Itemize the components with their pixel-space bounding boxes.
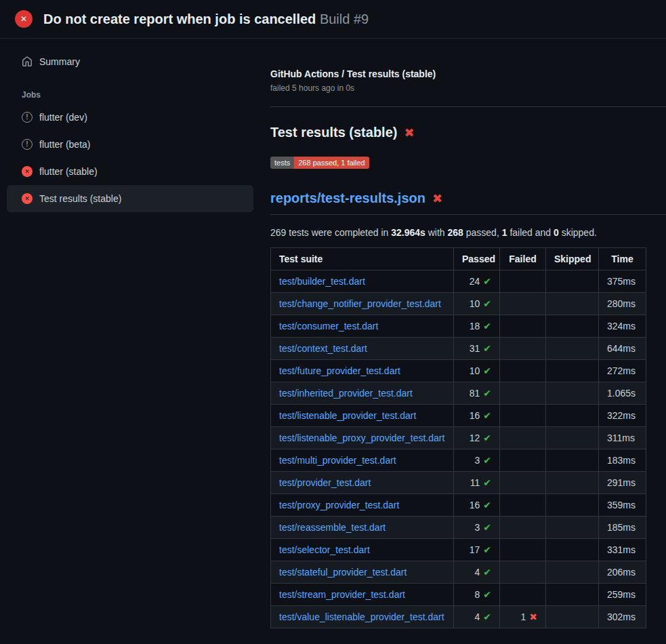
test-suite-link[interactable]: test/future_provider_test.dart [279,365,400,376]
col-passed: Passed [454,248,500,270]
test-suite-link[interactable]: test/provider_test.dart [279,477,371,488]
test-suite-link[interactable]: test/stateful_provider_test.dart [279,567,407,578]
suite-cell: test/value_listenable_provider_test.dart [271,606,454,628]
check-icon: ✔ [483,589,491,600]
x-circle-icon: ✕ [22,193,33,204]
failed-cell [500,472,546,494]
sidebar-job-item[interactable]: ✕flutter (stable) [7,158,253,185]
suite-cell: test/builder_test.dart [271,270,454,293]
table-row: test/provider_test.dart11✔291ms [271,472,646,494]
test-suite-link[interactable]: test/selector_test.dart [279,544,370,555]
test-suite-link[interactable]: test/listenable_proxy_provider_test.dart [279,432,444,443]
suite-cell: test/selector_test.dart [271,539,454,561]
time-cell: 644ms [599,338,646,360]
suite-cell: test/listenable_provider_test.dart [271,405,454,427]
sidebar-item-summary[interactable]: Summary [7,48,253,75]
passed-cell: 16✔ [454,405,500,427]
skipped-cell [546,360,599,382]
skipped-cell [546,405,599,427]
failed-cell [500,494,546,517]
summary-passed-count: 268 [448,227,463,238]
time-cell: 183ms [599,449,646,472]
passed-cell: 3✔ [454,517,500,539]
suite-cell: test/proxy_provider_test.dart [271,494,454,517]
check-icon: ✔ [483,455,491,466]
passed-cell: 4✔ [454,606,500,628]
skipped-cell [546,606,599,628]
test-suite-link[interactable]: test/context_test.dart [279,343,367,354]
check-run-title-text: Test results (stable) [270,125,397,140]
failed-cell [500,449,546,472]
test-suite-link[interactable]: test/inherited_provider_test.dart [279,388,413,399]
check-icon: ✔ [483,544,491,555]
results-table-body: test/builder_test.dart24✔375mstest/chang… [271,270,646,628]
test-suite-link[interactable]: test/multi_provider_test.dart [279,455,396,466]
skipped-cell [546,382,599,405]
failed-cell [500,338,546,360]
check-icon: ✔ [483,388,491,399]
test-suite-link[interactable]: test/value_listenable_provider_test.dart [279,611,444,622]
tests-summary: 269 tests were completed in 32.964s with… [270,227,666,238]
job-label: flutter (beta) [39,139,90,150]
passed-cell: 11✔ [454,472,500,494]
suite-cell: test/future_provider_test.dart [271,360,454,382]
badge-row: tests 268 passed, 1 failed [270,157,666,169]
passed-cell: 17✔ [454,539,500,561]
run-meta: failed 5 hours ago in 0s [270,83,666,93]
suite-cell: test/stream_provider_test.dart [271,584,454,606]
passed-cell: 24✔ [454,270,500,293]
test-suite-link[interactable]: test/reassemble_test.dart [279,522,386,533]
summary-text: skipped. [559,227,597,238]
suite-cell: test/reassemble_test.dart [271,517,454,539]
skipped-cell [546,270,599,293]
main-content: GitHub Actions / Test results (stable) f… [260,39,666,628]
check-icon: ✔ [483,522,491,533]
check-icon: ✔ [483,321,491,331]
failed-cell [500,405,546,427]
test-suite-link[interactable]: test/listenable_provider_test.dart [279,410,416,421]
summary-text: failed and [507,227,554,238]
skipped-cell [546,561,599,584]
time-cell: 331ms [599,539,646,561]
table-row: test/context_test.dart31✔644ms [271,338,646,360]
time-cell: 185ms [599,517,646,539]
sidebar-job-item[interactable]: ✕Test results (stable) [7,185,253,212]
failed-cell [500,360,546,382]
suite-cell: test/multi_provider_test.dart [271,449,454,472]
table-row: test/listenable_provider_test.dart16✔322… [271,405,646,427]
alert-circle-icon: ! [22,112,33,123]
passed-cell: 18✔ [454,315,500,338]
col-test-suite: Test suite [271,248,454,270]
report-heading: reports/test-results.json ✖ [270,190,666,215]
test-suite-link[interactable]: test/stream_provider_test.dart [279,589,405,600]
suite-cell: test/context_test.dart [271,338,454,360]
skipped-cell [546,494,599,517]
failed-run-icon: ✕ [15,10,33,28]
test-suite-link[interactable]: test/proxy_provider_test.dart [279,500,399,510]
suite-cell: test/stateful_provider_test.dart [271,561,454,584]
test-suite-link[interactable]: test/change_notifier_provider_test.dart [279,298,441,309]
test-suite-link[interactable]: test/consumer_test.dart [279,321,378,331]
col-failed: Failed [500,248,546,270]
time-cell: 375ms [599,270,646,293]
sidebar: Summary Jobs !flutter (dev)!flutter (bet… [0,39,260,212]
check-run-title: Test results (stable) ✖ [270,125,666,140]
time-cell: 359ms [599,494,646,517]
run-header: ✕ Do not create report when job is cance… [0,0,666,39]
table-row: test/listenable_proxy_provider_test.dart… [271,427,646,449]
report-file-link[interactable]: reports/test-results.json [270,190,425,206]
sidebar-job-item[interactable]: !flutter (dev) [7,104,253,131]
table-row: test/builder_test.dart24✔375ms [271,270,646,293]
time-cell: 302ms [599,606,646,628]
failed-cell [500,315,546,338]
table-row: test/reassemble_test.dart3✔185ms [271,517,646,539]
time-cell: 1.065s [599,382,646,405]
passed-cell: 8✔ [454,584,500,606]
col-skipped: Skipped [546,248,599,270]
sidebar-job-item[interactable]: !flutter (beta) [7,131,253,158]
badge-label: tests [270,157,294,169]
skipped-cell [546,472,599,494]
table-header-row: Test suite Passed Failed Skipped Time [271,248,646,270]
failed-cell: 1✖ [500,606,546,628]
test-suite-link[interactable]: test/builder_test.dart [279,276,365,287]
